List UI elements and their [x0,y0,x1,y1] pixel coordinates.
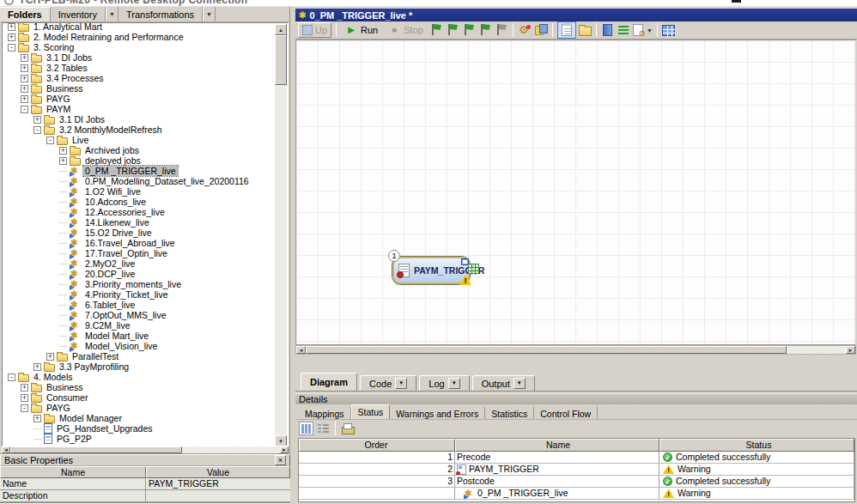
tree-item[interactable]: 6.Tablet_live [3,300,275,310]
folder-icon[interactable] [579,27,592,36]
tree-expander-icon[interactable]: + [21,64,28,72]
stop-button[interactable]: ■ Stop [384,22,427,38]
detail-tab-statistics[interactable]: Statistics [485,407,534,419]
tree-item[interactable]: PG_P2P [3,434,275,444]
detail-tab-control-flow[interactable]: Control Flow [534,407,598,419]
tree-item[interactable]: +3.1 DI Jobs [3,114,275,124]
tree-expander-icon[interactable]: + [46,353,54,361]
tree-item[interactable]: Model_Vision_live [3,341,275,351]
tree-item[interactable]: 7.OptOut_MMS_live [3,310,275,320]
tree-expander-icon[interactable]: - [8,44,15,52]
tree-expander-icon[interactable]: + [8,23,15,31]
metadata-icon[interactable] [603,24,612,36]
list-jobs-icon[interactable] [617,23,630,37]
panel-tab-folders[interactable]: Folders [0,7,51,21]
tab-diagram[interactable]: Diagram [301,373,357,391]
tree-item[interactable]: 17.Travel_Optin_live [3,248,275,258]
panel-tab-inventory[interactable]: Inventory [51,7,106,21]
tree-item[interactable]: +Business [3,382,275,392]
dropdown-icon[interactable]: ▼ [448,378,460,389]
run-button[interactable]: ▶ Run [341,22,381,38]
tree-item[interactable]: +Consumer [3,392,275,403]
tree-expander-icon[interactable]: + [21,394,28,402]
column-header-name[interactable]: Name [0,466,146,478]
tree-expander-icon[interactable]: + [33,116,41,124]
tree-vertical-scrollbar[interactable]: ▲ ▼ [275,24,287,446]
table-row[interactable]: 1Precode✓Completed successfully [299,452,854,464]
dropdown-icon[interactable]: ▼ [395,378,407,389]
tree-item[interactable]: 9.C2M_live [3,320,275,331]
tree-item[interactable]: 20.DCP_live [3,269,275,279]
tree-expander-icon[interactable]: + [21,95,28,103]
column-header-value[interactable]: Value [146,466,290,478]
tree-item[interactable]: +deployed jobs [3,155,275,166]
tree-item[interactable]: 16.Travel_Abroad_live [3,238,275,248]
tree-expander-icon[interactable]: - [33,126,41,134]
tree-expander-icon[interactable]: + [59,147,67,155]
minimize-icon[interactable] [732,0,741,3]
tree-item[interactable]: PG_Handset_Upgrades [3,423,275,434]
column-view-icon[interactable] [299,422,313,435]
tree-item[interactable]: +2. Model Retraining and Performance [3,32,275,42]
scrollbar-thumb[interactable] [10,446,182,453]
job-node-paym-trigger[interactable]: PAYM_TRIGGER [392,257,470,284]
tree-expander-icon[interactable]: + [59,157,67,165]
detail-tab-mappings[interactable]: Mappings [299,407,351,419]
tree-item[interactable]: +3.3 PayMprofiling [3,361,275,372]
property-row[interactable]: NamePAYM_TRIGGER [0,478,290,490]
print-icon[interactable] [340,422,355,435]
tree-expander-icon[interactable]: + [21,54,28,62]
scroll-right-icon[interactable]: ► [846,346,855,354]
column-header-name[interactable]: Name [455,439,659,452]
list-view-icon[interactable] [316,422,331,435]
tree-expander-icon[interactable]: + [8,33,15,41]
tab-log[interactable]: Log▼ [419,375,469,391]
deploy-job-icon[interactable] [633,24,643,36]
tree-expander-icon[interactable]: - [21,404,28,412]
tree-expander-icon[interactable]: + [33,415,41,422]
dropdown-icon[interactable]: ▼ [203,7,216,21]
dropdown-icon[interactable]: ▼ [647,27,653,33]
notes-toggle-button[interactable] [557,21,576,39]
scroll-up-icon[interactable]: ▲ [275,24,287,35]
tree-item[interactable]: +Model Manager [3,413,275,423]
scrollbar-thumb[interactable] [306,346,787,354]
tree-item[interactable]: 2.MyO2_live [3,258,275,269]
tree-item[interactable]: 4.Priority_Ticket_live [3,289,275,300]
scroll-left-icon[interactable]: ◄ [296,346,306,354]
dropdown-icon[interactable]: ▼ [514,378,526,389]
close-icon[interactable]: × [275,455,286,465]
tree-item[interactable]: Model Mart_live [3,331,275,341]
tree-item[interactable]: +3.4 Processes [3,73,275,83]
panel-tab-transformations[interactable]: Transformations [119,7,203,21]
tree-expander-icon[interactable]: - [46,137,54,144]
tab-code[interactable]: Code▼ [360,375,416,391]
tree-item[interactable]: +Archived jobs [3,145,275,155]
tree-item[interactable]: 0.PM_Modelling_Dataset_live_20200116 [3,176,275,186]
tree-expander-icon[interactable]: + [21,384,28,392]
scroll-right-icon[interactable]: ► [280,446,289,453]
scroll-down-icon[interactable]: ▼ [275,435,287,446]
tree-item[interactable]: 10.Adcons_live [3,197,275,207]
tree-item[interactable]: 12.Accessories_live [3,207,275,217]
column-header-order[interactable]: Order [299,439,455,452]
diagram-canvas[interactable]: 1 PAYM_TRIGGER ! [295,39,856,345]
clear-flags-icon[interactable] [495,23,508,37]
up-button[interactable]: Up [298,22,331,38]
tree-item[interactable]: -PAYG [3,403,275,413]
tree-expander-icon[interactable]: + [21,85,28,93]
tree-item[interactable]: 14.Likenew_live [3,217,275,228]
tree-item[interactable]: -Live [3,135,275,145]
node-output-port[interactable] [468,264,479,274]
edit-mapping-icon[interactable] [534,23,548,37]
scroll-left-icon[interactable]: ◄ [2,446,10,453]
scrollbar-thumb[interactable] [275,35,287,85]
tree-item[interactable]: +3.2 Tables [3,63,275,73]
tree-item[interactable]: 1.O2 Wifi_live [3,186,275,197]
tree-item[interactable]: -PAYM [3,104,275,114]
run-from-selected-icon[interactable] [446,23,459,37]
grid-view-icon[interactable] [662,25,675,36]
step-icon[interactable] [462,23,476,37]
job-properties-icon[interactable] [518,23,532,37]
tree-item[interactable]: +1. Analytical Mart [3,22,275,32]
